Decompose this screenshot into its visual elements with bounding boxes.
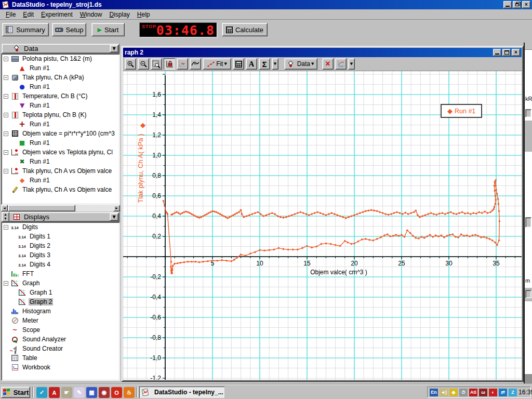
data-tree-item[interactable]: −Objem valce vs Teplota plynu, Cl [2,148,119,157]
notes-icon[interactable]: ✓ [36,387,47,398]
fit-dropdown-button[interactable]: Fit ▼ [203,58,231,70]
opera-icon[interactable]: O [111,387,122,398]
scroll-left-icon[interactable]: ◄ [1,205,8,211]
displays-tree-item[interactable]: Table [2,353,119,363]
zoom-select-button[interactable] [151,58,162,70]
calculate-button[interactable]: Calculate [222,23,268,36]
splitter-icon[interactable]: ▲▼ [2,212,9,222]
arrows-icon[interactable]: ⇄ [499,389,507,396]
scroll-right-icon[interactable]: ► [113,205,120,211]
devil-icon[interactable]: ω [479,389,487,396]
align-xy-button[interactable]: xy [177,58,188,70]
displays-tree-item[interactable]: Graph 1 [2,288,119,297]
displays-tree-item[interactable]: Sound Analyzer [2,335,119,344]
lang-en-icon[interactable]: En [430,389,438,396]
hand-icon[interactable]: ☛ [61,387,72,398]
text-tool-button[interactable]: A [246,58,257,70]
data-tree-item[interactable]: ✖Run #1 [2,157,119,166]
collapse-icon[interactable]: − [4,131,8,136]
data-tree-item[interactable]: ▲Run #1 [2,63,119,73]
displays-tree-item[interactable]: Workbook [2,363,119,372]
data-tree-item[interactable]: ■Run #1 [2,138,119,148]
graph-maximize-icon[interactable] [502,49,511,56]
menu-experiment[interactable]: Experiment [37,10,76,19]
flame-icon[interactable]: ♨ [124,387,135,398]
circle-icon[interactable]: ◐ [489,389,497,396]
zoom-out-button[interactable] [138,58,149,70]
data-tree-item[interactable]: ●Run #1 [2,82,119,91]
diamond-icon[interactable]: ◆ [449,389,458,396]
ati-icon[interactable]: Ati [469,389,477,396]
scheduler-icon[interactable]: ⏱ [459,389,468,396]
statistics-button[interactable]: Σ [259,58,270,70]
displays-tree-item[interactable]: Digits 4 [2,260,119,269]
displays-tree-item[interactable]: Histogram [2,307,119,316]
acrobat-icon[interactable]: A [49,387,60,398]
data-dropdown-button[interactable]: Data ▼ [284,58,317,70]
setup-button[interactable]: Setup [52,23,86,36]
start-menu-button[interactable]: Start [1,387,30,398]
displays-tree-item[interactable]: Meter [2,316,119,325]
minimize-icon[interactable] [503,1,512,8]
displays-tree-item[interactable]: Graph 2 [2,297,119,307]
volume-icon[interactable]: ◄) [440,389,448,396]
data-tree-scrollbar[interactable]: ◄ ► [1,205,120,211]
collapse-icon[interactable]: − [4,57,8,61]
displays-tree-item[interactable]: Scope [2,325,119,335]
graph-settings-button[interactable] [335,58,347,70]
data-tree-item[interactable]: ▼Run #1 [2,101,119,110]
menu-display[interactable]: Display [105,10,133,19]
data-tree-item[interactable]: −Temperature, Ch B (°C) [2,91,119,101]
delete-button[interactable]: × [322,58,334,70]
start-button[interactable]: ▶ Start [91,23,125,36]
restore-icon[interactable] [513,1,521,8]
app-titlebar[interactable]: DataStudio - tepelny_stroj1.ds × [0,0,532,9]
collapse-icon[interactable]: − [4,75,8,80]
z-app-icon[interactable]: Z [509,389,517,396]
displays-tree-item[interactable]: FFT [2,269,119,278]
graph-close-icon[interactable]: × [512,49,520,56]
lock-axes-button[interactable] [164,58,175,70]
data-tree-item[interactable]: +Run #1 [2,119,119,129]
statistics-dropdown-icon[interactable]: ▼ [272,58,278,70]
displays-tree-item[interactable]: Digits 3 [2,250,119,260]
data-tree-item[interactable]: −Objem valce = pi*r*r*y*100 (cm^3 [2,129,119,138]
menu-window[interactable]: Window [76,10,106,19]
menu-help[interactable]: Help [134,10,154,19]
collapse-icon[interactable]: − [4,281,8,286]
zoom-in-button[interactable] [125,58,136,70]
data-tree-item[interactable]: −Tlak plynu, Ch A vs Objem valce [2,166,119,176]
data-tree-item[interactable]: −Tlak plynu, Ch A (kPa) [2,73,119,82]
calculator-button[interactable] [233,58,244,70]
pen-icon[interactable]: ✎ [74,387,85,398]
data-tree-item[interactable]: −Poloha pistu, Ch 1&2 (m) [2,54,119,63]
displays-tree-item[interactable]: Sound Creator [2,344,119,353]
collapse-icon[interactable]: − [4,169,8,174]
scroll-thumb[interactable] [8,205,75,211]
menu-file[interactable]: File [2,10,19,19]
graph-window-titlebar[interactable]: raph 2 × [123,48,522,57]
collapse-icon[interactable]: − [4,225,8,230]
close-icon[interactable]: × [522,1,530,8]
displays-tree-item[interactable]: Digits 1 [2,232,119,241]
graph-settings-dropdown-icon[interactable]: ▼ [348,58,355,70]
displays-tree-item[interactable]: −Digits [2,222,119,232]
displays-tree-item[interactable]: Digits 2 [2,241,119,250]
summary-button[interactable]: Summary [2,23,49,36]
displays-tree-item[interactable]: −Graph [2,278,119,288]
displays-dropdown-icon[interactable]: ▼ [110,213,118,221]
smart-tool-button[interactable] [190,58,201,70]
collapse-icon[interactable]: − [4,94,8,99]
taskbar-task-datastudio[interactable]: DataStudio - tepelny_... [139,387,224,398]
data-panel-header[interactable]: Data ▼ [2,44,119,54]
data-dropdown-icon[interactable]: ▼ [110,45,118,52]
displays-panel-header[interactable]: ▲▼ Displays ▼ [2,212,119,222]
menu-edit[interactable]: Edit [19,10,37,19]
collapse-icon[interactable]: − [4,113,8,117]
graph-minimize-icon[interactable] [493,49,501,56]
calculator-icon[interactable]: ▦ [86,387,97,398]
collapse-icon[interactable]: − [4,150,8,155]
dragon-icon[interactable]: ◉ [99,387,110,398]
data-tree-item[interactable]: −Teplota plynu, Ch B (K) [2,110,119,119]
data-tree-item[interactable]: Tlak plynu, Ch A vs Objem valce [2,185,119,194]
